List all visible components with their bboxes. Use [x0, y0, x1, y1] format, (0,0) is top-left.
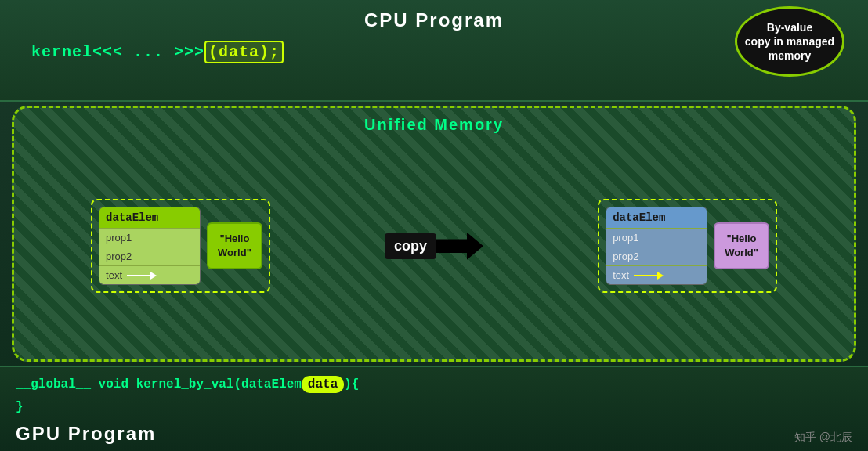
left-prop2: prop2	[99, 247, 200, 265]
right-text-row: text	[606, 265, 707, 284]
right-text-arrow	[634, 272, 664, 280]
right-prop2: prop2	[606, 247, 707, 265]
gpu-code-end: ){	[344, 377, 359, 391]
kernel-call-text: kernel<<< ... >>>	[31, 43, 204, 61]
right-prop1: prop1	[606, 228, 707, 247]
main-container: CPU Program kernel<<< ... >>>(data); By-…	[0, 0, 868, 451]
right-data-elem: dataElem prop1 prop2 text	[606, 207, 707, 285]
gpu-title: GPU Program	[16, 423, 156, 445]
gpu-footer: GPU Program 知乎 @北辰	[16, 423, 852, 445]
callout-text: By-valuecopy in managedmemory	[745, 20, 834, 63]
left-data-elem: dataElem prop1 prop2 text	[99, 207, 201, 285]
arrow-tip	[150, 272, 157, 280]
watermark: 知乎 @北辰	[794, 431, 852, 445]
left-prop1: prop1	[99, 228, 200, 247]
left-header: dataElem	[99, 207, 200, 228]
left-text-row: text	[99, 265, 200, 284]
callout-bubble: By-valuecopy in managedmemory	[735, 6, 844, 77]
kernel-call: kernel<<< ... >>>(data);	[16, 35, 852, 69]
copy-arrow-group: copy	[385, 233, 483, 260]
right-hello-bubble: "HelloWorld"	[714, 222, 769, 269]
unified-section: Unified Memory dataElem prop1 prop2 text	[12, 106, 856, 362]
gpu-section: __global__ void kernel_by_val(dataElemda…	[0, 366, 868, 451]
gpu-code-line2: }	[16, 396, 852, 419]
arrow-line	[127, 275, 150, 276]
left-hello-bubble: "HelloWorld"	[207, 222, 262, 269]
cpu-section: CPU Program kernel<<< ... >>>(data); By-…	[0, 0, 868, 102]
right-text-label: text	[613, 269, 629, 281]
unified-title: Unified Memory	[18, 112, 850, 138]
gpu-code: __global__ void kernel_by_val(dataElemda…	[16, 373, 852, 419]
left-text-arrow	[127, 272, 157, 280]
data-highlight: (data);	[204, 41, 284, 63]
unified-content: dataElem prop1 prop2 text "HelloWorld"	[18, 138, 850, 354]
gpu-data-highlight: data	[302, 376, 344, 393]
gpu-code-line1: __global__ void kernel_by_val(dataElemda…	[16, 373, 852, 396]
copy-label: copy	[385, 233, 436, 259]
right-header: dataElem	[606, 207, 707, 228]
arrow-shape	[436, 233, 483, 260]
right-dashed-box: dataElem prop1 prop2 text "HelloWorld"	[598, 199, 777, 293]
cpu-title: CPU Program	[16, 9, 852, 31]
left-text-label: text	[106, 269, 122, 281]
yellow-arrow-line	[634, 275, 657, 276]
yellow-arrow-tip	[657, 272, 664, 280]
left-dashed-box: dataElem prop1 prop2 text "HelloWorld"	[91, 199, 270, 293]
gpu-code-text: __global__ void kernel_by_val(dataElem	[16, 377, 302, 391]
